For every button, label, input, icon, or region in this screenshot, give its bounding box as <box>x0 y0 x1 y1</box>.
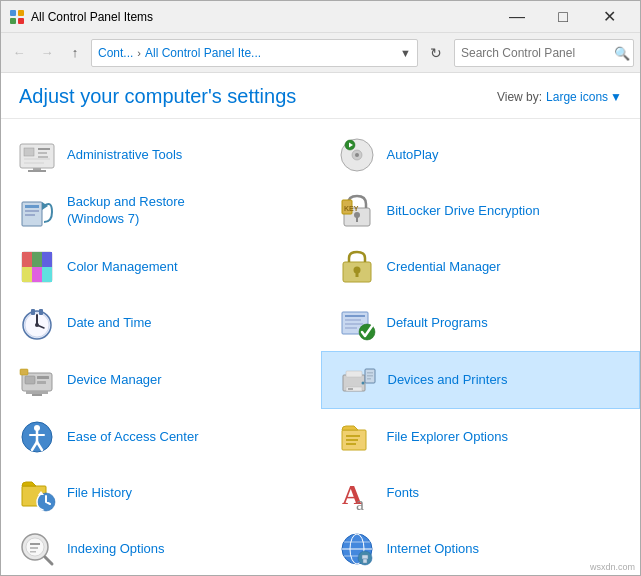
svg-rect-25 <box>356 217 358 222</box>
main-window: All Control Panel Items — □ ✕ ← → ↑ Cont… <box>0 0 641 576</box>
svg-point-62 <box>361 382 364 385</box>
breadcrumb[interactable]: Cont... › All Control Panel Ite... ▼ <box>91 39 418 67</box>
list-item[interactable]: File History <box>1 465 321 521</box>
indexing-options-icon <box>17 529 57 569</box>
list-item[interactable]: Credential Manager <box>321 239 641 295</box>
svg-rect-30 <box>32 252 42 267</box>
svg-rect-6 <box>38 148 50 150</box>
file-explorer-options-icon <box>337 417 377 457</box>
address-bar: ← → ↑ Cont... › All Control Panel Ite...… <box>1 33 640 73</box>
window-controls: — □ ✕ <box>494 1 632 33</box>
svg-rect-20 <box>25 210 39 212</box>
maximize-button[interactable]: □ <box>540 1 586 33</box>
view-by-label: View by: <box>497 90 542 104</box>
svg-rect-32 <box>22 267 32 282</box>
autoplay-label: AutoPlay <box>387 147 439 164</box>
main-content: Adjust your computer's settings View by:… <box>1 73 640 575</box>
list-item[interactable]: Date and Time <box>1 295 321 351</box>
ease-of-access-label: Ease of Access Center <box>67 429 199 446</box>
page-title: Adjust your computer's settings <box>19 85 296 108</box>
window-title: All Control Panel Items <box>31 10 494 24</box>
admin-tools-label: Administrative Tools <box>67 147 182 164</box>
default-programs-label: Default Programs <box>387 315 488 332</box>
internet-options-icon <box>337 529 377 569</box>
breadcrumb-dropdown-icon[interactable]: ▼ <box>400 47 411 59</box>
svg-rect-1 <box>18 10 24 16</box>
close-button[interactable]: ✕ <box>586 1 632 33</box>
search-button[interactable]: 🔍 <box>614 45 630 60</box>
svg-rect-11 <box>33 168 41 170</box>
list-item[interactable]: Ease of Access Center <box>1 409 321 465</box>
list-item[interactable]: A a Fonts <box>321 465 641 521</box>
list-item[interactable]: Administrative Tools <box>1 127 321 183</box>
list-item[interactable]: Devices and Printers <box>321 351 641 409</box>
file-explorer-options-label: File Explorer Options <box>387 429 508 446</box>
list-item[interactable]: Backup and Restore(Windows 7) <box>1 183 321 239</box>
svg-rect-31 <box>42 252 52 267</box>
svg-rect-59 <box>346 371 362 377</box>
svg-rect-21 <box>25 214 35 216</box>
date-time-label: Date and Time <box>67 315 152 332</box>
svg-rect-95 <box>363 559 367 563</box>
list-item[interactable]: Internet Options <box>321 521 641 575</box>
svg-rect-55 <box>26 391 48 394</box>
list-item[interactable]: KEY BitLocker Drive Encryption <box>321 183 641 239</box>
svg-point-42 <box>35 323 39 327</box>
svg-text:KEY: KEY <box>344 205 359 212</box>
list-item[interactable]: Color Management <box>1 239 321 295</box>
svg-rect-53 <box>37 376 49 379</box>
svg-rect-76 <box>346 443 356 445</box>
svg-rect-49 <box>345 327 357 329</box>
list-item[interactable]: Device Manager <box>1 351 321 409</box>
forward-button[interactable]: → <box>35 41 59 65</box>
breadcrumb-separator: › <box>137 47 141 59</box>
svg-rect-44 <box>39 309 43 315</box>
svg-point-15 <box>355 153 359 157</box>
svg-rect-3 <box>18 18 24 24</box>
list-item[interactable]: AutoPlay <box>321 127 641 183</box>
search-input[interactable] <box>454 39 634 67</box>
breadcrumb-item-2[interactable]: All Control Panel Ite... <box>145 46 261 60</box>
svg-rect-34 <box>42 267 52 282</box>
svg-rect-7 <box>38 152 47 154</box>
svg-text:a: a <box>356 494 364 512</box>
bitlocker-label: BitLocker Drive Encryption <box>387 203 540 220</box>
ease-of-access-icon <box>17 417 57 457</box>
backup-restore-icon <box>17 191 57 231</box>
svg-rect-94 <box>362 555 368 559</box>
svg-rect-43 <box>31 309 35 315</box>
breadcrumb-item-1[interactable]: Cont... <box>98 46 133 60</box>
svg-rect-8 <box>38 156 48 158</box>
file-history-label: File History <box>67 485 132 502</box>
svg-rect-57 <box>20 369 28 375</box>
date-time-icon <box>17 303 57 343</box>
page-header: Adjust your computer's settings View by:… <box>1 73 640 119</box>
back-button[interactable]: ← <box>7 41 31 65</box>
devices-printers-icon <box>338 360 378 400</box>
svg-rect-65 <box>367 375 373 377</box>
device-manager-icon <box>17 360 57 400</box>
device-manager-label: Device Manager <box>67 372 162 389</box>
svg-rect-37 <box>355 272 358 277</box>
svg-rect-66 <box>367 378 371 380</box>
svg-rect-10 <box>24 162 44 164</box>
view-by-value[interactable]: Large icons ▼ <box>546 90 622 104</box>
svg-rect-46 <box>345 315 365 317</box>
svg-rect-52 <box>25 376 35 384</box>
svg-line-84 <box>45 557 52 564</box>
default-programs-icon <box>337 303 377 343</box>
devices-printers-label: Devices and Printers <box>388 372 508 389</box>
list-item[interactable]: Default Programs <box>321 295 641 351</box>
list-item[interactable]: File Explorer Options <box>321 409 641 465</box>
window-icon <box>9 9 25 25</box>
minimize-button[interactable]: — <box>494 1 540 33</box>
svg-rect-9 <box>24 158 50 160</box>
svg-rect-2 <box>10 18 16 24</box>
refresh-button[interactable]: ↻ <box>422 39 450 67</box>
up-button[interactable]: ↑ <box>63 41 87 65</box>
svg-rect-75 <box>346 439 358 441</box>
list-item[interactable]: Indexing Options <box>1 521 321 575</box>
svg-rect-87 <box>30 551 36 553</box>
svg-rect-33 <box>32 267 42 282</box>
indexing-options-label: Indexing Options <box>67 541 165 558</box>
